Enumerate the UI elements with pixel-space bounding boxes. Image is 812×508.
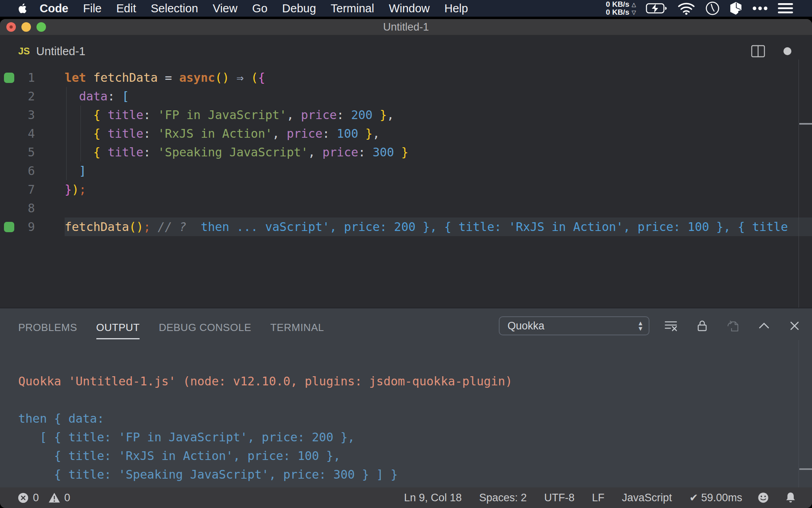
output-segment: then { data: [18,412,104,425]
window-title: Untitled-1 [0,19,812,35]
indent-guide-line [66,162,67,180]
close-panel-icon[interactable] [788,319,801,332]
code-text: data: [ [65,87,812,106]
menu-item-terminal[interactable]: Terminal [331,2,374,15]
token: : [144,127,158,140]
panel-tab-debug-console[interactable]: DEBUG CONSOLE [159,318,251,337]
indent-guide-line [66,106,67,124]
token [100,127,107,140]
menu-item-go[interactable]: Go [252,2,268,15]
panel-header: PROBLEMSOUTPUTDEBUG CONSOLETERMINAL Quok… [0,308,812,341]
battery-icon[interactable] [646,3,667,14]
token: ⇒ [237,71,244,85]
download-arrow-icon: ▽ [632,8,636,16]
code-editor[interactable]: 1let fetchData = async() ⇒ ({2 data: [3 … [0,60,812,308]
menu-item-selection[interactable]: Selection [151,2,198,15]
status-item-utf-8[interactable]: UTF-8 [544,492,575,504]
bottom-panel: PROBLEMSOUTPUTDEBUG CONSOLETERMINAL Quok… [0,308,812,487]
output-line: Quokka 'Untitled-1.js' (node: v12.10.0, … [18,372,812,391]
token [86,71,93,85]
panel-tab-terminal[interactable]: TERMINAL [270,318,324,337]
token [65,145,93,159]
network-speed-indicator[interactable]: 0 KB/s△ 0 KB/s▽ [606,0,636,16]
token: title [107,127,143,140]
code-line[interactable]: 7}); [0,180,812,199]
token: } [65,183,72,196]
token: ) [72,183,79,196]
line-number: 1 [17,71,35,85]
code-line[interactable]: 5 { title: 'Speaking JavaScript', price:… [0,143,812,162]
editor-scrollbar-thumb[interactable] [799,123,812,125]
code-line[interactable]: 2 data: [ [0,87,812,106]
warning-count: 0 [64,492,70,504]
code-text: let fetchData = async() ⇒ ({ [65,68,812,87]
token: { [93,108,100,122]
lock-icon[interactable] [695,319,709,333]
line-number: 8 [17,201,35,215]
code-line[interactable]: 9fetchData(); // ? then ... vaScript', p… [0,217,812,236]
token: , [387,108,394,122]
javascript-file-icon: JS [18,46,30,57]
panel-tab-output[interactable]: OUTPUT [96,318,140,337]
apple-icon[interactable] [17,2,28,15]
open-output-in-editor-icon[interactable] [726,319,740,333]
bell-notifications-icon[interactable] [785,491,796,504]
menu-item-edit[interactable]: Edit [116,2,136,15]
menu-item-view[interactable]: View [213,2,237,15]
code-line[interactable]: 3 { title: 'FP in JavaScript', price: 20… [0,106,812,124]
output-line: { title: 'RxJS in Action', price: 100 }, [18,446,812,465]
problems-summary[interactable]: 0 0 [17,492,76,504]
token [65,108,93,122]
output-console[interactable]: Quokka 'Untitled-1.js' (node: v12.10.0, … [0,341,812,508]
token [373,108,380,122]
code-text: { title: 'RxJS in Action', price: 100 }, [65,124,812,143]
check-icon: ✔ [689,492,698,504]
smiley-feedback-icon[interactable] [757,492,769,504]
list-icon[interactable] [778,2,794,14]
line-number: 7 [17,183,35,196]
menu-item-window[interactable]: Window [389,2,430,15]
menu-item-file[interactable]: File [83,2,102,15]
minimize-button[interactable] [21,22,31,32]
token: { [93,145,100,159]
menu-item-help[interactable]: Help [444,2,468,15]
output-segment: Quokka 'Untitled-1.js' (node: v12.10.0, … [18,374,512,388]
zoom-button[interactable] [36,22,46,32]
status-item-lf[interactable]: LF [592,492,605,504]
token: : [358,145,373,159]
token: price [322,145,358,159]
status-item-59-00ms[interactable]: ✔59.00ms [689,492,742,504]
close-button[interactable] [6,22,16,32]
output-channel-dropdown[interactable]: Quokka ▲▼ [499,316,649,335]
app-cube-icon[interactable] [730,2,742,15]
panel-scrollbar-thumb[interactable] [799,468,812,470]
split-editor-icon[interactable] [751,45,765,58]
unsaved-changes-dot-icon[interactable] [783,47,791,55]
menu-item-debug[interactable]: Debug [282,2,316,15]
line-number: 6 [17,164,35,178]
editor-tab-title[interactable]: Untitled-1 [36,45,85,58]
status-item-spaces-2[interactable]: Spaces: 2 [479,492,527,504]
clear-output-icon[interactable] [664,319,678,333]
code-line[interactable]: 6 ] [0,162,812,180]
menu-item-code[interactable]: Code [40,2,69,15]
code-line[interactable]: 8 [0,199,812,217]
output-segment [18,393,25,407]
code-line[interactable]: 1let fetchData = async() ⇒ ({ [0,68,812,87]
code-line[interactable]: 4 { title: 'RxJS in Action', price: 100 … [0,124,812,143]
wifi-icon[interactable] [677,2,695,15]
status-item-ln-9-col-18[interactable]: Ln 9, Col 18 [404,492,462,504]
status-item-javascript[interactable]: JavaScript [622,492,672,504]
output-line: then { data: [18,409,812,428]
maximize-panel-icon[interactable] [757,320,771,332]
token: : [107,89,122,103]
token [100,145,107,159]
token: title [107,108,143,122]
token: () [215,71,229,85]
panel-tab-problems[interactable]: PROBLEMS [18,318,77,337]
clock-icon[interactable] [705,1,720,15]
upload-arrow-icon: △ [632,0,636,8]
dots-icon[interactable] [752,6,768,11]
token: async [179,71,215,85]
indent-guide-line [66,87,67,106]
